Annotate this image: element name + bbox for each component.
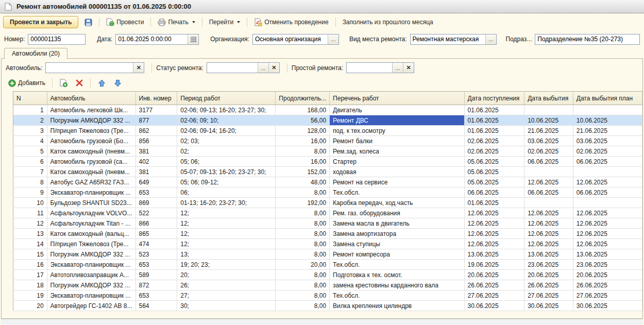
table-row[interactable]: 13Каток самоходный (вальц...86512;8,00За… (13, 229, 642, 239)
cell[interactable]: 13 (13, 229, 47, 239)
cell[interactable]: 06.06.2025 (464, 187, 524, 198)
cell[interactable]: 12.06.2025 (573, 229, 642, 239)
cell[interactable]: Стартер (330, 157, 464, 167)
idle-filter-clear-button[interactable]: ✕ (403, 63, 414, 73)
cell[interactable]: 01.06.2025 (464, 115, 524, 126)
cell[interactable] (573, 198, 642, 208)
table-row[interactable]: 11Асфальтоукладчик VOLVO...52212;8,00Рем… (13, 208, 642, 218)
cell[interactable]: 13.06.2025 (573, 249, 642, 260)
tab-vehicles[interactable]: Автомобили (20) (4, 48, 67, 59)
cell[interactable]: Рем.зад. колеса (330, 146, 464, 157)
cell[interactable]: 8,00 (276, 187, 330, 198)
division-input[interactable] (535, 35, 639, 44)
cell[interactable]: Ремонт на сервисе (330, 177, 464, 187)
cell[interactable]: 865 (135, 229, 177, 239)
cell[interactable]: Экскаватор-планировщик ... (47, 187, 135, 198)
cell[interactable]: 02-06; 09-13; 16-20; 23-27; 30; (177, 105, 276, 115)
cell[interactable]: 12; (177, 229, 276, 239)
column-header[interactable]: Период работ (177, 92, 276, 105)
cell[interactable]: 15 (13, 249, 47, 260)
cell[interactable]: 27; (177, 290, 276, 301)
post-button[interactable]: Провести (103, 16, 147, 28)
add-row-button[interactable]: Добавить (6, 77, 47, 89)
cell[interactable]: 13; (177, 249, 276, 260)
cell[interactable]: ходовая (330, 167, 464, 177)
cell[interactable]: 8,00 (276, 290, 330, 301)
cell[interactable]: Ремонт балки (330, 136, 464, 146)
cell[interactable]: П/прицеп Тяжеловоз (Тре... (47, 126, 135, 136)
table-row[interactable]: 6Автомобиль грузовой (са...40205; 06;16,… (13, 157, 642, 167)
column-header[interactable]: Перечень работ (330, 92, 464, 105)
cell[interactable]: Автомобиль грузовой (са... (47, 157, 135, 167)
table-row[interactable]: 18Погрузчик АМКОДОР 332 ...87226;8,00зам… (13, 280, 642, 290)
copy-row-button[interactable] (57, 77, 70, 89)
vehicle-filter-input[interactable] (46, 63, 133, 73)
column-header[interactable]: N (13, 92, 47, 105)
cell[interactable]: 02; 03; (177, 136, 276, 146)
column-header[interactable]: Дата поступления (464, 92, 524, 105)
cell[interactable]: Автотопливозаправщик А... (47, 270, 135, 280)
cell[interactable]: 8 (13, 177, 47, 187)
cell[interactable]: 12.06.2025 (573, 218, 642, 229)
cell[interactable]: 01.06.2025 (464, 198, 524, 208)
cell[interactable]: Каробка передач, ход.часть (330, 198, 464, 208)
table-row[interactable]: 19Экскаватор-планировщик ...65327;8,00Те… (13, 290, 642, 301)
cell[interactable]: Погрузчик АМКОДОР 332 ... (47, 280, 135, 290)
table-row[interactable]: 4Автомобиль грузовой (Бо...85602; 03;16,… (13, 136, 642, 146)
cell[interactable]: 8,00 (276, 301, 330, 311)
cell[interactable]: 01.06.2025 (464, 126, 524, 136)
cell[interactable]: 8,00 (276, 270, 330, 280)
goto-button[interactable]: Перейти (206, 16, 244, 28)
cell[interactable]: 19 (13, 290, 47, 301)
cell[interactable]: 23.06.2025 (573, 260, 642, 270)
cell[interactable]: 564 (135, 301, 177, 311)
column-header[interactable]: Инв. номер (135, 92, 177, 105)
cell[interactable]: 877 (135, 115, 177, 126)
cell[interactable]: 1 (13, 105, 47, 115)
cell[interactable]: 12.06.2025 (464, 208, 524, 218)
cell[interactable]: 03.06.2025 (573, 136, 642, 146)
cell[interactable]: Асфальтоукладчик VOLVO... (47, 208, 135, 218)
cell[interactable]: Тех.обсл. (330, 187, 464, 198)
cell[interactable]: 20 (13, 301, 47, 311)
cell[interactable]: 589 (135, 270, 177, 280)
cell[interactable]: 01.06.2025 (464, 105, 524, 115)
cell[interactable]: Двигатель (330, 105, 464, 115)
cell[interactable]: Тех.обсл. (330, 290, 464, 301)
cell[interactable]: 20; (177, 270, 276, 280)
table-row[interactable]: 8Автобус GAZ A65R32 ГАЗ...64905; 06; 09-… (13, 177, 642, 187)
cell[interactable]: 20.06.2025 (464, 270, 524, 280)
cell[interactable]: 21.06.2025 (524, 126, 573, 136)
cell[interactable]: 27.06.2025 (464, 290, 524, 301)
cell[interactable]: 2 (13, 115, 47, 126)
cell[interactable]: 8,00 (276, 280, 330, 290)
cell[interactable]: Замена масла в двигатель (330, 218, 464, 229)
cell[interactable]: 5 (13, 146, 47, 157)
cell[interactable]: 02-06; 09-14; 16-20; (177, 126, 276, 136)
cell[interactable]: Асфальтоукладчик Titan - ... (47, 218, 135, 229)
cell[interactable]: 12.06.2025 (524, 229, 573, 239)
cell[interactable]: Замена амортизатора (330, 229, 464, 239)
cell[interactable]: 48,00 (276, 177, 330, 187)
cell[interactable]: 27.06.2025 (524, 290, 573, 301)
cell[interactable]: 3177 (135, 105, 177, 115)
print-button[interactable]: Печать (155, 16, 198, 28)
cell[interactable] (524, 198, 573, 208)
cell[interactable]: Тех.обсл. (330, 260, 464, 270)
cell[interactable]: 06.06.2025 (524, 187, 573, 198)
cell[interactable]: 14 (13, 239, 47, 249)
cell[interactable]: 13.06.2025 (524, 249, 573, 260)
cell[interactable]: 3 (13, 126, 47, 136)
cell[interactable]: 12.06.2025 (524, 208, 573, 218)
number-input[interactable] (28, 35, 85, 44)
cell[interactable]: 12.06.2025 (464, 229, 524, 239)
cell[interactable]: 12; (177, 208, 276, 218)
cell[interactable]: 653 (135, 187, 177, 198)
cell[interactable]: 872 (135, 280, 177, 290)
cell[interactable]: 192,00 (276, 198, 330, 208)
cell[interactable]: 653 (135, 260, 177, 270)
status-filter-clear-button[interactable]: ✕ (268, 63, 279, 73)
cell[interactable]: 30.06.2025 (464, 301, 524, 311)
cell[interactable]: Ремонт компресора (330, 249, 464, 260)
cell[interactable]: Автомобиль легковой Шк... (47, 105, 135, 115)
